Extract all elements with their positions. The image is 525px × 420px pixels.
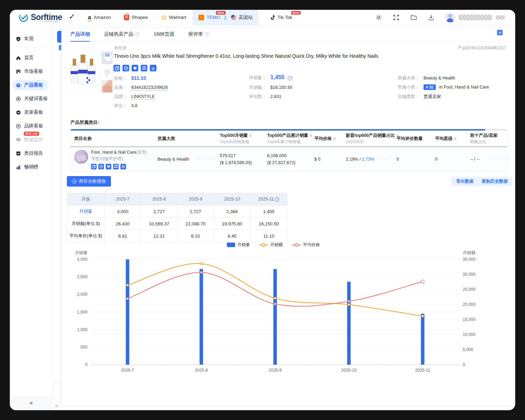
tab-product-detail[interactable]: 产品详细	[70, 28, 90, 42]
marketplace-shopee[interactable]: Shopee	[118, 10, 154, 25]
temu-link-icon[interactable]: 外部TEMU	[141, 65, 147, 71]
help-icon[interactable]: ?	[135, 32, 140, 37]
category-table-header: 类目名称 所属大类 Top500月销量 Top500月销售额 Top500产品累…	[71, 131, 507, 147]
report-icon	[16, 151, 21, 156]
product-id: 产品ID:601101538461317	[457, 45, 506, 51]
sidebar-item-common[interactable]: 常用	[13, 34, 49, 44]
marketplace-walmart[interactable]: Walmart	[155, 10, 193, 25]
sidebar-collapse-button[interactable]: «	[10, 396, 52, 410]
us-flag-icon	[231, 15, 236, 20]
month-table-row-sales: 月销量 3,000 2,727 2,727 2,364 1,455	[67, 205, 287, 218]
category-analysis-report-button[interactable]: ➜ 类目分析报告	[67, 176, 111, 187]
sort-icon[interactable]	[333, 137, 336, 140]
shop-type-value: 普通卖家	[424, 94, 441, 99]
goto-arrow-icon[interactable]	[120, 164, 126, 169]
legend-item-revenue[interactable]: 月销额	[259, 242, 283, 248]
month-table-row-revenue: 月销额(单位:$) 26,430 33,569.37 22,088.70 19,…	[67, 218, 287, 230]
monitor-icon	[16, 137, 21, 142]
app-window: Sorftime ✓ a Amazon Shopee Walmart	[10, 10, 515, 410]
rank-badge: # 32	[424, 84, 436, 90]
history-icon[interactable]	[122, 65, 129, 71]
settings-gear-icon[interactable]	[375, 14, 382, 21]
favorite-heart-icon[interactable]	[106, 164, 111, 169]
sidebar-item-category-report[interactable]: 类目报告	[13, 148, 49, 159]
help-icon[interactable]: ?	[275, 197, 279, 202]
shopee-icon	[124, 15, 129, 20]
site-us[interactable]: 美国站	[227, 10, 257, 25]
category-thumbnail	[74, 150, 88, 164]
sidebar-item-product[interactable]: 产品看板	[13, 80, 49, 90]
fullscreen-icon[interactable]	[393, 14, 400, 21]
marketplace-temu[interactable]: T TEMU Beta	[195, 10, 223, 25]
monthly-revenue-field: 月销额： $16,150.50	[249, 85, 292, 91]
category-name[interactable]: Foot, Hand & Nail Care	[91, 150, 136, 155]
sidebar-item-brand[interactable]: R 品牌看板	[13, 121, 49, 131]
review-count-field: 评论数： 2,831	[249, 94, 281, 100]
favorite-heart-icon[interactable]	[132, 65, 138, 71]
seller-icon	[16, 110, 21, 115]
temu-link-icon[interactable]: 外部TEMU	[113, 164, 119, 169]
svg-text:10,000: 10,000	[463, 332, 476, 337]
market-dashboard-icon	[16, 69, 21, 74]
logo-slogan	[44, 21, 59, 22]
product-detail-panel: 产品详细 店铺热卖产品 ? 1688货源 留评率 ? ×	[61, 27, 515, 406]
sales-row-label[interactable]: 月销量	[67, 205, 105, 218]
close-panel-button[interactable]: ×	[497, 30, 503, 35]
walmart-icon	[161, 15, 167, 20]
sidebar-item-monitor: 数据监控 即将上线	[13, 134, 49, 145]
brand-r-icon: R	[16, 124, 21, 129]
sidebar-item-seller[interactable]: 卖家看板	[13, 107, 49, 118]
tab-shop-hot-products[interactable]: 店铺热卖产品 ?	[104, 28, 140, 42]
product-image[interactable]	[66, 51, 100, 93]
temu-site-group: T TEMU Beta ❯ 美国站	[193, 10, 258, 25]
clipped-text-fragment: 符	[55, 404, 58, 409]
review-count-value: 2,831	[270, 94, 281, 99]
category-action-icons: 外部TEMU	[91, 164, 153, 169]
thumbnail-drop[interactable]	[102, 66, 113, 79]
help-icon[interactable]: ?	[288, 76, 292, 80]
chart-legend: 月销量 月销额 平均价格	[67, 242, 480, 248]
folder-icon[interactable]	[410, 14, 417, 21]
legend-item-sales[interactable]: 月销量	[227, 242, 250, 248]
marketplace-nav: a Amazon Shopee Walmart T TEMU Beta	[82, 10, 299, 25]
marketplace-tiktok[interactable]: Tik Tok Beta	[263, 10, 299, 25]
legend-swatch-line	[259, 245, 268, 245]
sidebar-item-home[interactable]: 首页	[13, 52, 49, 63]
month-table-row-price: 平均单价(单位:$) 8.81 12.31 8.10 8.45 11.10	[67, 230, 287, 242]
thumbnail-column	[102, 51, 113, 93]
trend-chart-icon[interactable]	[150, 65, 156, 71]
sidebar-item-market[interactable]: 市场看板	[13, 66, 49, 77]
download-icon[interactable]	[428, 14, 435, 21]
copy-icon[interactable]	[91, 164, 97, 169]
divider	[16, 47, 46, 48]
tab-review-rate[interactable]: 留评率 ?	[188, 28, 209, 42]
product-cube-icon	[16, 83, 21, 88]
sort-icon[interactable]	[249, 134, 252, 137]
marketplace-amazon[interactable]: a Amazon	[82, 10, 117, 25]
seller-link[interactable]: 634418223209628	[131, 85, 168, 91]
sort-icon[interactable]	[310, 134, 313, 137]
thumbnail-hand[interactable]	[102, 80, 113, 93]
history-icon[interactable]	[98, 164, 104, 169]
category-table: 类目名称 所属大类 Top500月销量 Top500月销售额 Top500产品累…	[70, 129, 507, 172]
user-account[interactable]	[445, 13, 505, 22]
legend-item-price[interactable]: 平均价格	[292, 242, 320, 248]
copy-icon[interactable]	[113, 65, 120, 71]
copy-history-button[interactable]: 复制历史数据	[477, 177, 512, 186]
sub-category-value: in Foot, Hand & Nail Care	[439, 85, 489, 90]
monthly-sales-field: 月销量： 1,455 ?	[249, 74, 292, 81]
svg-text:5,000: 5,000	[463, 347, 473, 352]
scrollbar-track	[485, 129, 507, 131]
username-suffix-redacted	[496, 15, 505, 20]
brand-link[interactable]: LINKSTYLE	[131, 94, 155, 100]
sidebar-item-keyword[interactable]: 关键词看板	[13, 93, 49, 104]
sidebar-item-bestsellers[interactable]: 畅销榜	[13, 162, 49, 172]
help-icon[interactable]: ?	[205, 32, 209, 37]
thumbnail-jar[interactable]	[102, 51, 113, 64]
export-data-button[interactable]: 导出数据	[451, 177, 478, 186]
sort-icon[interactable]	[454, 137, 457, 140]
scrollbar-thumb[interactable]	[71, 129, 485, 131]
svg-text:25,000: 25,000	[463, 287, 476, 292]
sorftime-logo[interactable]: Sorftime ✓	[10, 13, 82, 22]
tab-1688-source[interactable]: 1688货源	[154, 28, 174, 42]
